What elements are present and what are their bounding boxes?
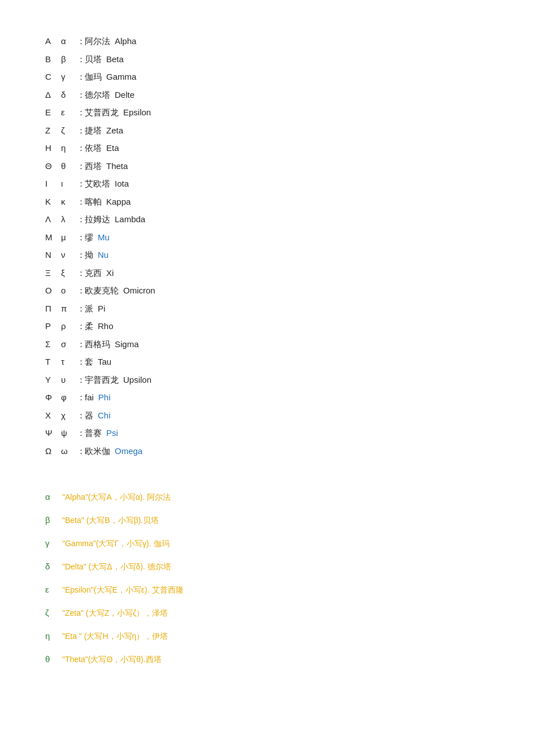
chinese-name: 欧麦克轮 (85, 283, 119, 298)
detail-description: "Eta " (大写H，小写η），伊塔 (62, 632, 168, 642)
capital-letter: Ψ (45, 426, 61, 440)
detail-description: "Alpha"(大写A，小写α). 阿尔法 (62, 493, 171, 503)
table-row: Bβ：贝塔Beta (45, 52, 489, 67)
capital-letter: Y (45, 373, 61, 387)
chinese-name: 拉姆达 (85, 212, 110, 227)
colon: ： (77, 212, 85, 227)
lower-letter: ξ (61, 266, 77, 280)
detail-symbol: β (45, 515, 62, 525)
table-row: Eε：艾普西龙Epsilon (45, 105, 489, 120)
capital-letter: I (45, 176, 61, 191)
table-row: Zζ：捷塔Zeta (45, 123, 489, 138)
english-name: Chi (98, 408, 111, 423)
detail-description: "Epsilon"(大写E，小写ε). 艾普西隆 (62, 585, 184, 595)
colon: ： (77, 159, 85, 174)
detail-row: γ"Gamma"(大写Γ，小写γ). 伽玛 (45, 538, 489, 549)
table-row: Oο：欧麦克轮Omicron (45, 283, 489, 298)
colon: ： (77, 444, 85, 459)
colon: ： (77, 390, 85, 405)
lower-letter: β (61, 52, 77, 67)
table-row: Hη：依塔Eta (45, 141, 489, 155)
table-row: Λλ：拉姆达Lambda (45, 212, 489, 227)
lower-letter: θ (61, 159, 77, 174)
colon: ： (77, 283, 85, 298)
chinese-name: 宇普西龙 (85, 373, 119, 387)
chinese-name: 艾欧塔 (85, 176, 110, 191)
lower-letter: α (61, 34, 77, 49)
detail-description: "Gamma"(大写Γ，小写γ). 伽玛 (62, 539, 170, 549)
lower-letter: λ (61, 212, 77, 227)
greek-alphabet-table: Aα：阿尔法AlphaBβ：贝塔BetaCγ：伽玛GammaΔδ：德尔塔Delt… (45, 34, 489, 458)
lower-letter: κ (61, 195, 77, 209)
colon: ： (77, 52, 85, 67)
colon: ： (77, 373, 85, 387)
chinese-name: fai (85, 390, 94, 405)
english-name: Zeta (106, 123, 123, 138)
detail-symbol: α (45, 492, 62, 502)
chinese-name: 缪 (85, 230, 93, 245)
detail-row: η"Eta " (大写H，小写η），伊塔 (45, 631, 489, 642)
colon: ： (77, 176, 85, 191)
detail-description: "Delta" (大写Δ，小写δ). 德尔塔 (62, 562, 171, 572)
table-row: Nν：拗Nu (45, 248, 489, 262)
colon: ： (77, 248, 85, 262)
table-row: Σσ：西格玛Sigma (45, 337, 489, 352)
capital-letter: Δ (45, 88, 61, 102)
lower-letter: ζ (61, 123, 77, 138)
detail-row: ζ"Zeta" (大写Z，小写ζ），泽塔 (45, 608, 489, 619)
table-row: Ψψ：普赛Psi (45, 426, 489, 440)
lower-letter: π (61, 301, 77, 316)
english-name: Psi (106, 426, 118, 440)
capital-letter: Ω (45, 444, 61, 459)
table-row: Pρ：柔Rho (45, 319, 489, 334)
capital-letter: T (45, 355, 61, 369)
colon: ： (77, 426, 85, 440)
english-name: Theta (106, 159, 128, 174)
table-row: Tτ：套Tau (45, 355, 489, 369)
colon: ： (77, 195, 85, 209)
lower-letter: τ (61, 355, 77, 369)
table-row: Aα：阿尔法Alpha (45, 34, 489, 49)
english-name: Rho (98, 319, 114, 334)
detail-row: α"Alpha"(大写A，小写α). 阿尔法 (45, 492, 489, 503)
table-row: Cγ：伽玛Gamma (45, 70, 489, 84)
chinese-name: 西格玛 (85, 337, 110, 352)
detail-description: "Beta" (大写B，小写β).贝塔 (62, 516, 159, 526)
english-name: Kappa (106, 195, 131, 209)
colon: ： (77, 337, 85, 352)
detail-symbol: ε (45, 585, 62, 594)
capital-letter: Σ (45, 337, 61, 352)
chinese-name: 捷塔 (85, 123, 102, 138)
colon: ： (77, 355, 85, 369)
capital-letter: N (45, 248, 61, 262)
english-name: Epsilon (123, 105, 151, 120)
english-name: Gamma (106, 70, 136, 84)
chinese-name: 器 (85, 408, 93, 423)
table-row: Φφ：faiPhi (45, 390, 489, 405)
capital-letter: Ξ (45, 266, 61, 280)
chinese-name: 喀帕 (85, 195, 102, 209)
chinese-name: 伽玛 (85, 70, 102, 84)
colon: ： (77, 141, 85, 155)
detail-symbol: δ (45, 561, 62, 571)
lower-letter: ψ (61, 426, 77, 440)
chinese-name: 艾普西龙 (85, 105, 119, 120)
capital-letter: Λ (45, 212, 61, 227)
capital-letter: E (45, 105, 61, 120)
lower-letter: ο (61, 283, 77, 298)
table-row: Xχ：器Chi (45, 408, 489, 423)
english-name: Iota (115, 176, 129, 191)
chinese-name: 派 (85, 301, 93, 316)
detail-symbol: γ (45, 538, 62, 548)
colon: ： (77, 301, 85, 316)
capital-letter: P (45, 319, 61, 334)
capital-letter: Φ (45, 390, 61, 405)
capital-letter: X (45, 408, 61, 423)
lower-letter: γ (61, 70, 77, 84)
capital-letter: B (45, 52, 61, 67)
capital-letter: O (45, 283, 61, 298)
table-row: Ωω：欧米伽Omega (45, 444, 489, 459)
detail-description: "Zeta" (大写Z，小写ζ），泽塔 (62, 608, 168, 619)
table-row: Ππ：派Pi (45, 301, 489, 316)
chinese-name: 柔 (85, 319, 93, 334)
